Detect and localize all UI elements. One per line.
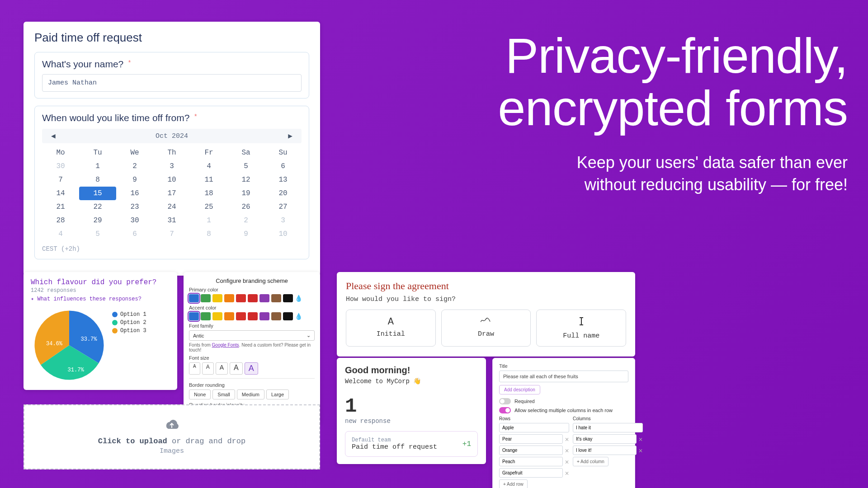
rounding-option[interactable]: Medium bbox=[237, 389, 264, 399]
matrix-column: ⨯ bbox=[573, 446, 643, 455]
calendar-day[interactable]: 31 bbox=[153, 214, 190, 227]
color-swatch[interactable] bbox=[259, 312, 269, 320]
calendar-day[interactable]: 23 bbox=[116, 200, 153, 214]
matrix-column-input[interactable] bbox=[573, 434, 637, 444]
add-column-button[interactable]: + Add column bbox=[573, 457, 609, 466]
response-item[interactable]: Default team Paid time off request +1 bbox=[345, 431, 478, 457]
calendar-day[interactable]: 25 bbox=[190, 200, 227, 214]
calendar-day[interactable]: 17 bbox=[153, 187, 190, 200]
calendar-day[interactable]: 16 bbox=[116, 187, 153, 200]
calendar-day[interactable]: 24 bbox=[153, 200, 190, 214]
color-swatch[interactable] bbox=[212, 294, 222, 302]
calendar-day[interactable]: 30 bbox=[116, 214, 153, 227]
matrix-title-input[interactable] bbox=[499, 371, 628, 382]
sign-initial-button[interactable]: A Initial bbox=[346, 310, 436, 347]
color-swatch[interactable] bbox=[189, 294, 199, 302]
calendar-day[interactable]: 20 bbox=[264, 187, 302, 200]
matrix-row-input[interactable] bbox=[499, 423, 569, 432]
title-label: Title bbox=[499, 364, 628, 369]
pto-title: Paid time off request bbox=[34, 31, 309, 45]
calendar-day[interactable]: 2 bbox=[116, 160, 153, 173]
color-picker-icon[interactable]: 💧 bbox=[295, 295, 302, 302]
greeting: Good morning! bbox=[345, 365, 478, 375]
delete-icon[interactable]: ⨯ bbox=[565, 436, 569, 442]
calendar-day[interactable]: 28 bbox=[42, 214, 79, 227]
color-swatch[interactable] bbox=[224, 294, 234, 302]
prev-month-icon[interactable]: ◀ bbox=[51, 131, 56, 141]
calendar-day[interactable]: 15 bbox=[79, 187, 116, 200]
calendar-day[interactable]: 3 bbox=[153, 160, 190, 173]
color-swatch[interactable] bbox=[201, 294, 211, 302]
name-input[interactable] bbox=[42, 74, 302, 92]
next-month-icon[interactable]: ▶ bbox=[288, 131, 292, 141]
border-rounding-label: Border rounding bbox=[189, 382, 315, 388]
color-swatch[interactable] bbox=[259, 294, 269, 302]
delete-icon[interactable]: ⨯ bbox=[638, 447, 643, 454]
rounding-option[interactable]: Large bbox=[266, 389, 289, 399]
delete-icon[interactable]: ⨯ bbox=[565, 470, 569, 476]
matrix-row-input[interactable] bbox=[499, 434, 563, 444]
calendar-day[interactable]: 9 bbox=[116, 173, 153, 187]
color-swatch[interactable] bbox=[248, 294, 258, 302]
calendar-day[interactable]: 1 bbox=[79, 160, 116, 173]
sparkle-icon: ✦ bbox=[31, 296, 34, 302]
multi-select-toggle[interactable] bbox=[499, 407, 511, 413]
color-swatch[interactable] bbox=[189, 312, 199, 320]
add-description-button[interactable]: Add description bbox=[499, 385, 540, 394]
insight-link[interactable]: ✦ What influences these responses? bbox=[31, 296, 142, 302]
calendar-day[interactable]: 27 bbox=[264, 200, 302, 214]
sign-draw-button[interactable]: Draw bbox=[441, 310, 531, 347]
font-hint: Fonts from Google Fonts. Need a custom f… bbox=[189, 343, 315, 352]
calendar-day[interactable]: 21 bbox=[42, 200, 79, 214]
color-swatch[interactable] bbox=[236, 312, 246, 320]
response-title: Paid time off request bbox=[352, 443, 437, 451]
color-swatch[interactable] bbox=[248, 312, 258, 320]
delete-icon[interactable]: ⨯ bbox=[565, 459, 569, 465]
google-fonts-link[interactable]: Google Fonts bbox=[212, 343, 239, 347]
delete-icon[interactable]: ⨯ bbox=[565, 447, 569, 454]
add-row-button[interactable]: + Add row bbox=[499, 479, 528, 488]
color-swatch[interactable] bbox=[283, 312, 293, 320]
font-size-option[interactable]: A bbox=[245, 362, 258, 375]
calendar-day[interactable]: 7 bbox=[42, 173, 79, 187]
calendar-day[interactable]: 22 bbox=[79, 200, 116, 214]
font-size-option[interactable]: A bbox=[202, 362, 214, 375]
color-swatch[interactable] bbox=[271, 294, 281, 302]
rounding-option[interactable]: None bbox=[189, 389, 211, 399]
matrix-column-input[interactable] bbox=[573, 423, 643, 432]
color-swatch[interactable] bbox=[271, 312, 281, 320]
matrix-row-input[interactable] bbox=[499, 446, 563, 455]
required-toggle[interactable] bbox=[499, 398, 511, 404]
matrix-row-input[interactable] bbox=[499, 468, 563, 478]
calendar-day[interactable]: 14 bbox=[42, 187, 79, 200]
calendar-day[interactable]: 13 bbox=[264, 173, 302, 187]
calendar-day[interactable]: 5 bbox=[227, 160, 264, 173]
font-family-select[interactable]: Antic ⌄ bbox=[189, 330, 315, 341]
calendar-day[interactable]: 8 bbox=[79, 173, 116, 187]
calendar-day[interactable]: 19 bbox=[227, 187, 264, 200]
font-size-option[interactable]: A bbox=[230, 362, 243, 375]
color-swatch[interactable] bbox=[212, 312, 222, 320]
color-swatch[interactable] bbox=[236, 294, 246, 302]
calendar-day[interactable]: 29 bbox=[79, 214, 116, 227]
weekday-header: Tu bbox=[79, 146, 116, 160]
matrix-column-input[interactable] bbox=[573, 446, 637, 455]
color-swatch[interactable] bbox=[224, 312, 234, 320]
calendar-day[interactable]: 4 bbox=[190, 160, 227, 173]
calendar-day[interactable]: 6 bbox=[264, 160, 302, 173]
upload-card[interactable]: Click to upload or drag and drop Images bbox=[24, 404, 320, 469]
delete-icon[interactable]: ⨯ bbox=[638, 436, 643, 442]
matrix-row-input[interactable] bbox=[499, 457, 563, 466]
color-swatch[interactable] bbox=[201, 312, 211, 320]
calendar-day[interactable]: 10 bbox=[153, 173, 190, 187]
calendar-day[interactable]: 12 bbox=[227, 173, 264, 187]
rounding-option[interactable]: Small bbox=[212, 389, 235, 399]
calendar-day[interactable]: 11 bbox=[190, 173, 227, 187]
font-size-option[interactable]: A bbox=[216, 362, 228, 375]
calendar-day[interactable]: 26 bbox=[227, 200, 264, 214]
font-size-option[interactable]: A bbox=[189, 362, 200, 375]
color-picker-icon[interactable]: 💧 bbox=[295, 313, 302, 320]
sign-fullname-button[interactable]: Full name bbox=[536, 310, 626, 347]
color-swatch[interactable] bbox=[283, 294, 293, 302]
calendar-day[interactable]: 18 bbox=[190, 187, 227, 200]
